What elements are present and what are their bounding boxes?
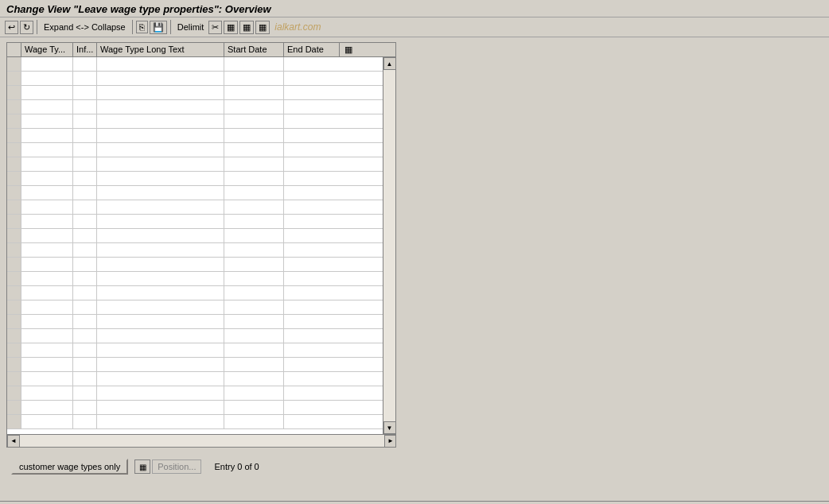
- cell-wage-type: [21, 100, 73, 114]
- table-row[interactable]: [7, 200, 383, 215]
- cell-inf: [73, 343, 97, 357]
- table-row[interactable]: [7, 100, 383, 114]
- row-indicator: [7, 215, 21, 228]
- table-row[interactable]: [7, 329, 383, 343]
- row-indicator: [7, 86, 21, 99]
- cell-end-date: [284, 258, 340, 271]
- table-row[interactable]: [7, 258, 383, 272]
- cell-start-date: [224, 86, 284, 99]
- col-header-end-date: End Date: [284, 43, 340, 56]
- cell-wage-type: [21, 372, 73, 386]
- cell-inf: [73, 372, 97, 386]
- cell-start-date: [224, 200, 284, 214]
- save-button[interactable]: 💾: [150, 21, 167, 34]
- undo-button[interactable]: ↩: [5, 21, 18, 34]
- table-row[interactable]: [7, 286, 383, 300]
- table-row[interactable]: [7, 386, 383, 401]
- scroll-down-button[interactable]: ▼: [383, 421, 396, 434]
- scissors-icon: ✂: [212, 22, 219, 33]
- cell-start-date: [224, 57, 284, 71]
- toolbar-icon-1[interactable]: ✂: [208, 21, 222, 34]
- row-indicator: [7, 315, 21, 328]
- cell-inf: [73, 286, 97, 300]
- cell-end-date: [284, 401, 340, 414]
- copy-icon: ⎘: [139, 22, 145, 32]
- cell-end-date: [284, 315, 340, 328]
- cell-long-text: [97, 200, 224, 214]
- cell-inf: [73, 358, 97, 371]
- col-header-grid[interactable]: ▦: [340, 43, 357, 56]
- cell-wage-type: [21, 200, 73, 214]
- status-bar: customer wage types only ▦ Position... E…: [6, 456, 823, 478]
- row-indicator: [7, 229, 21, 242]
- table-body: [7, 57, 383, 434]
- table-row[interactable]: [7, 243, 383, 258]
- scroll-left-button[interactable]: ◄: [7, 435, 20, 448]
- table-row[interactable]: [7, 157, 383, 172]
- cell-wage-type: [21, 243, 73, 257]
- toolbar-icon-2[interactable]: ▦: [224, 21, 238, 34]
- cell-wage-type: [21, 57, 73, 71]
- cell-inf: [73, 272, 97, 285]
- cell-start-date: [224, 186, 284, 200]
- table-row[interactable]: [7, 57, 383, 72]
- cell-end-date: [284, 200, 340, 214]
- cell-long-text: [97, 215, 224, 228]
- row-indicator: [7, 401, 21, 414]
- cell-inf: [73, 157, 97, 171]
- delimit-button[interactable]: Delimit: [174, 21, 208, 33]
- cell-start-date: [224, 100, 284, 114]
- row-indicator: [7, 129, 21, 142]
- row-indicator: [7, 72, 21, 85]
- table-row[interactable]: [7, 272, 383, 286]
- toolbar-icon-3[interactable]: ▦: [239, 21, 254, 34]
- table-row[interactable]: [7, 358, 383, 372]
- row-indicator-header: [7, 43, 21, 56]
- cell-start-date: [224, 243, 284, 257]
- cell-end-date: [284, 300, 340, 314]
- cell-inf: [73, 215, 97, 228]
- cell-long-text: [97, 300, 224, 314]
- table-row[interactable]: [7, 343, 383, 358]
- cell-inf: [73, 300, 97, 314]
- cell-wage-type: [21, 258, 73, 271]
- cell-end-date: [284, 286, 340, 300]
- cell-start-date: [224, 415, 284, 428]
- vertical-scrollbar[interactable]: ▲ ▼: [383, 57, 395, 434]
- cell-wage-type: [21, 415, 73, 428]
- horizontal-scrollbar[interactable]: ◄ ►: [7, 434, 396, 447]
- table-row[interactable]: [7, 143, 383, 157]
- refresh-button[interactable]: ↻: [20, 21, 33, 34]
- scroll-right-button[interactable]: ►: [384, 435, 396, 448]
- table-row[interactable]: [7, 72, 383, 86]
- table-row[interactable]: [7, 415, 383, 429]
- table-row[interactable]: [7, 229, 383, 243]
- table-row[interactable]: [7, 215, 383, 229]
- scroll-track: [383, 70, 395, 421]
- cell-inf: [73, 315, 97, 328]
- cell-inf: [73, 200, 97, 214]
- cell-wage-type: [21, 72, 73, 85]
- table-row[interactable]: [7, 401, 383, 415]
- table-row[interactable]: [7, 300, 383, 315]
- cell-end-date: [284, 329, 340, 343]
- cell-end-date: [284, 129, 340, 142]
- table-row[interactable]: [7, 86, 383, 100]
- table-row[interactable]: [7, 172, 383, 186]
- table-row[interactable]: [7, 372, 383, 386]
- table-row[interactable]: [7, 114, 383, 129]
- toolbar-icon-4[interactable]: ▦: [255, 21, 270, 34]
- cell-long-text: [97, 258, 224, 271]
- scroll-up-button[interactable]: ▲: [383, 57, 396, 70]
- row-indicator: [7, 358, 21, 371]
- table-row[interactable]: [7, 186, 383, 200]
- table-row[interactable]: [7, 315, 383, 329]
- customer-wage-types-button[interactable]: customer wage types only: [11, 459, 128, 475]
- table-row[interactable]: [7, 129, 383, 143]
- expand-collapse-button[interactable]: Expand <-> Collapse: [41, 21, 129, 33]
- position-button[interactable]: Position...: [152, 459, 201, 474]
- copy-button[interactable]: ⎘: [136, 21, 148, 33]
- row-indicator: [7, 386, 21, 400]
- cell-end-date: [284, 215, 340, 228]
- cell-wage-type: [21, 286, 73, 300]
